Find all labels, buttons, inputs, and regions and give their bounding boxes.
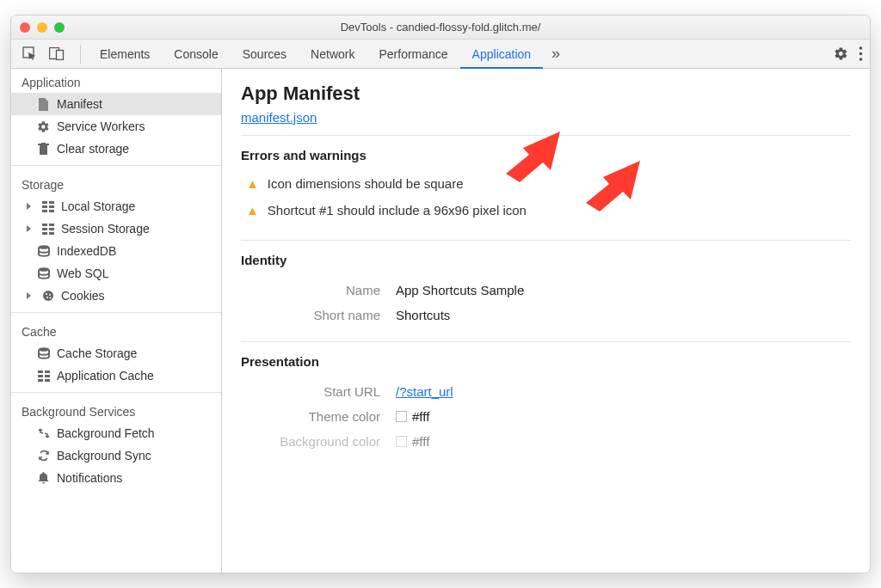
sidebar-item-cookies[interactable]: Cookies	[11, 285, 221, 307]
svg-point-21	[39, 245, 49, 249]
presentation-heading: Presentation	[241, 354, 851, 369]
window-title: DevTools - candied-flossy-fold.glitch.me…	[11, 21, 870, 34]
svg-point-4	[859, 52, 863, 56]
svg-rect-20	[49, 232, 54, 235]
identity-section: Identity Name App Shortcuts Sample Short…	[241, 240, 851, 331]
svg-rect-17	[42, 228, 47, 230]
warning-icon: ▲	[246, 176, 259, 191]
svg-marker-35	[506, 132, 560, 182]
titlebar[interactable]: DevTools - candied-flossy-fold.glitch.me…	[11, 15, 870, 40]
tab-sources[interactable]: Sources	[231, 40, 299, 69]
start-url-link[interactable]: /?start_url	[396, 384, 453, 399]
svg-rect-18	[49, 228, 54, 230]
field-value: #fff	[396, 434, 429, 449]
settings-icon[interactable]	[834, 46, 848, 61]
panel-tabs: Elements Console Sources Network Perform…	[88, 40, 569, 69]
svg-rect-33	[38, 379, 43, 382]
svg-point-27	[49, 297, 51, 299]
annotation-arrow	[506, 129, 566, 185]
sidebar-item-label: Web SQL	[57, 266, 108, 280]
sidebar-item-service-workers[interactable]: Service Workers	[11, 115, 221, 138]
field-short-name: Short name Shortcuts	[241, 303, 851, 328]
svg-rect-14	[49, 210, 54, 212]
svg-point-3	[859, 46, 863, 50]
sidebar-item-background-sync[interactable]: Background Sync	[11, 444, 221, 467]
grid-icon	[41, 223, 54, 236]
device-toggle-icon[interactable]	[46, 43, 68, 65]
svg-rect-29	[38, 371, 43, 373]
file-icon	[37, 98, 50, 111]
sidebar-item-label: Background Fetch	[57, 426, 155, 440]
sidebar-item-label: Cookies	[61, 289, 105, 303]
devtools-toolbar: Elements Console Sources Network Perform…	[11, 40, 870, 69]
svg-rect-6	[40, 145, 47, 155]
sidebar-item-session-storage[interactable]: Session Storage	[11, 217, 221, 240]
sidebar-item-background-fetch[interactable]: Background Fetch	[11, 422, 221, 444]
kebab-menu-icon[interactable]	[859, 46, 863, 61]
sidebar-item-manifest[interactable]: Manifest	[11, 93, 221, 115]
expand-icon	[27, 292, 31, 299]
tab-network[interactable]: Network	[299, 40, 367, 69]
field-label: Short name	[241, 308, 396, 322]
tab-application[interactable]: Application	[460, 40, 544, 69]
field-start-url: Start URL /?start_url	[241, 379, 851, 404]
sidebar-item-clear-storage[interactable]: Clear storage	[11, 138, 221, 160]
sidebar-group-application: Application	[11, 69, 221, 93]
manifest-link[interactable]: manifest.json	[241, 110, 317, 125]
svg-rect-9	[42, 201, 47, 204]
cookie-icon	[41, 290, 54, 303]
svg-point-25	[49, 294, 51, 296]
panel-body: Application Manifest Service Workers Cle…	[11, 69, 870, 573]
sidebar-item-local-storage[interactable]: Local Storage	[11, 195, 221, 217]
expand-icon	[27, 225, 31, 232]
grid-icon	[37, 370, 50, 383]
tab-console[interactable]: Console	[162, 40, 230, 69]
sidebar-item-label: Background Sync	[57, 449, 151, 462]
warning-row: ▲ Shortcut #1 should include a 96x96 pix…	[241, 199, 851, 226]
inspect-icon[interactable]	[18, 43, 40, 65]
sidebar-item-application-cache[interactable]: Application Cache	[11, 364, 221, 387]
sidebar-item-label: Session Storage	[61, 222, 150, 236]
tab-elements[interactable]: Elements	[88, 40, 162, 69]
sidebar-group-cache: Cache	[11, 318, 221, 342]
manifest-pane: App Manifest manifest.json Errors and wa…	[222, 69, 870, 573]
fetch-icon	[37, 427, 50, 440]
field-label: Theme color	[241, 409, 396, 424]
sidebar: Application Manifest Service Workers Cle…	[11, 69, 222, 573]
database-icon	[37, 267, 50, 280]
svg-rect-34	[45, 379, 50, 382]
gear-icon	[37, 120, 50, 133]
devtools-window: DevTools - candied-flossy-fold.glitch.me…	[10, 15, 871, 573]
sidebar-item-cache-storage[interactable]: Cache Storage	[11, 342, 221, 364]
annotation-arrow	[586, 158, 646, 214]
field-value: Shortcuts	[396, 308, 450, 322]
sidebar-item-label: Service Workers	[57, 119, 145, 133]
svg-point-22	[39, 267, 49, 272]
sidebar-item-label: Clear storage	[57, 142, 129, 156]
divider	[80, 45, 81, 64]
sidebar-group-storage: Storage	[11, 171, 221, 195]
field-value: #fff	[396, 409, 429, 424]
sidebar-item-websql[interactable]: Web SQL	[11, 262, 221, 285]
svg-rect-10	[49, 201, 54, 204]
svg-marker-36	[586, 161, 640, 211]
field-background-color: Background color #fff	[241, 429, 851, 454]
database-icon	[37, 245, 50, 258]
sidebar-item-label: Manifest	[57, 97, 102, 111]
svg-point-5	[859, 58, 863, 61]
field-name: Name App Shortcuts Sample	[241, 278, 851, 303]
tab-performance[interactable]: Performance	[367, 40, 459, 69]
warning-icon: ▲	[246, 203, 259, 217]
field-theme-color: Theme color #fff	[241, 404, 851, 429]
sidebar-item-label: Local Storage	[61, 199, 135, 213]
field-value: App Shortcuts Sample	[396, 283, 524, 297]
svg-rect-19	[42, 232, 47, 235]
svg-rect-31	[38, 375, 43, 377]
sidebar-item-notifications[interactable]: Notifications	[11, 467, 221, 489]
svg-rect-15	[42, 224, 47, 226]
trash-icon	[37, 143, 50, 156]
sidebar-item-indexeddb[interactable]: IndexedDB	[11, 240, 221, 262]
expand-icon	[27, 203, 31, 210]
sidebar-group-background-services: Background Services	[11, 398, 221, 422]
more-tabs-button[interactable]: »	[543, 45, 569, 63]
